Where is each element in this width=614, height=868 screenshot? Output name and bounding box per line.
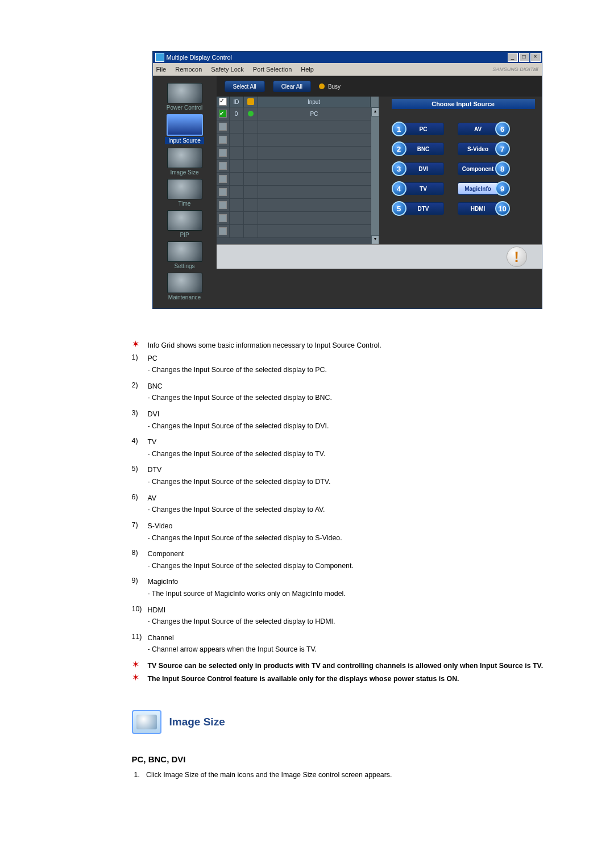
- table-row[interactable]: [217, 225, 371, 238]
- item-title: BNC: [148, 382, 163, 390]
- source-button-dtv[interactable]: DTV: [403, 202, 444, 215]
- source-row-bnc: 2BNC: [392, 141, 444, 156]
- doc-item: 7)S-VideoChanges the Input Source of the…: [132, 521, 581, 543]
- subheading: PC, BNC, DVI: [132, 754, 581, 764]
- source-button-hdmi[interactable]: HDMI: [458, 202, 499, 215]
- item-number: 5): [132, 465, 148, 473]
- source-button-tv[interactable]: TV: [403, 182, 444, 195]
- callout-badge: 10: [495, 201, 510, 216]
- row-check-icon[interactable]: [219, 214, 227, 222]
- row-check-icon[interactable]: [219, 136, 227, 144]
- menu-safety-lock[interactable]: Safety Lock: [211, 66, 243, 73]
- source-button-av[interactable]: AV: [458, 123, 499, 135]
- image-size-section-icon: [132, 710, 161, 734]
- sidebar-item-image-size[interactable]: Image Size: [157, 148, 212, 176]
- row-check-icon[interactable]: [219, 149, 227, 157]
- sidebar-item-label: Maintenance: [168, 294, 201, 301]
- scroll-down-button[interactable]: ▾: [371, 235, 379, 244]
- sidebar-item-label: Input Source: [165, 137, 204, 144]
- item-number: 8): [132, 549, 148, 557]
- row-check-icon[interactable]: [219, 110, 227, 118]
- sidebar-item-input-source[interactable]: Input Source: [157, 114, 212, 144]
- menu-port-selection[interactable]: Port Selection: [253, 66, 292, 73]
- item-desc: Changes the Input Source of the selected…: [148, 365, 581, 375]
- callout-badge: 8: [495, 161, 510, 176]
- grid-header: ID Input: [217, 97, 379, 107]
- row-check-icon[interactable]: [219, 123, 227, 131]
- source-button-magicinfo[interactable]: MagicInfo: [458, 182, 499, 195]
- maximize-button[interactable]: □: [519, 53, 529, 62]
- item-desc: Channel arrow appears when the Input Sou…: [148, 644, 581, 655]
- source-button-bnc[interactable]: BNC: [403, 143, 444, 155]
- item-title: DTV: [148, 466, 162, 474]
- sidebar-item-label: Image Size: [170, 169, 198, 176]
- item-number: 3): [132, 409, 148, 417]
- main-area: Select All Clear All Busy ID In: [217, 76, 542, 308]
- row-check-icon[interactable]: [219, 162, 227, 170]
- doc-item: 6)AVChanges the Input Source of the sele…: [132, 493, 581, 515]
- status-dot-icon: [248, 111, 254, 116]
- table-row[interactable]: [217, 160, 371, 173]
- doc-item: 11)ChannelChannel arrow appears when the…: [132, 633, 581, 655]
- check-all-icon: [219, 98, 227, 106]
- item-title: DVI: [148, 410, 160, 418]
- table-row[interactable]: [217, 147, 371, 160]
- minimize-button[interactable]: _: [508, 53, 518, 62]
- col-status: [244, 97, 258, 107]
- source-button-s-video[interactable]: S-Video: [458, 143, 499, 155]
- item-number: 10): [132, 605, 148, 613]
- clear-all-button[interactable]: Clear All: [273, 81, 311, 92]
- row-check-icon[interactable]: [219, 175, 227, 183]
- table-row[interactable]: [217, 173, 371, 186]
- close-button[interactable]: ×: [530, 53, 541, 62]
- source-row-hdmi: HDMI10: [458, 201, 510, 216]
- row-check-icon[interactable]: [219, 188, 227, 196]
- menu-help[interactable]: Help: [301, 66, 314, 73]
- menu-remocon[interactable]: Remocon: [175, 66, 202, 73]
- sidebar-item-pip[interactable]: PIP: [157, 210, 212, 238]
- sidebar-item-power-control[interactable]: Power Control: [157, 83, 212, 111]
- alert-icon: !: [507, 247, 527, 267]
- doc-item: 2)BNCChanges the Input Source of the sel…: [132, 381, 581, 403]
- table-row[interactable]: [217, 186, 371, 199]
- row-check-icon[interactable]: [219, 201, 227, 209]
- scroll-up-button[interactable]: ▴: [371, 107, 379, 116]
- source-row-component: Component8: [458, 161, 510, 176]
- source-row-s-video: S-Video7: [458, 141, 510, 156]
- callout-badge: 2: [392, 141, 406, 156]
- callout-badge: 1: [392, 122, 406, 136]
- item-number: 9): [132, 577, 148, 585]
- source-button-dvi[interactable]: DVI: [403, 162, 444, 175]
- sidebar-item-label: Time: [179, 201, 191, 207]
- item-desc: The Input source of MagicInfo works only…: [148, 589, 581, 599]
- step-number: 1.: [134, 771, 144, 779]
- table-row[interactable]: [217, 133, 371, 147]
- brand-label: SAMSUNG DIGITall: [492, 66, 538, 72]
- statusbar: !: [217, 244, 542, 269]
- item-desc: Changes the Input Source of the selected…: [148, 421, 581, 432]
- note-power-on: The Input Source Control feature is avai…: [148, 674, 581, 685]
- source-button-pc[interactable]: PC: [403, 123, 444, 135]
- table-row[interactable]: [217, 199, 371, 212]
- menu-file[interactable]: File: [156, 66, 167, 73]
- callout-badge: 7: [495, 141, 510, 156]
- doc-item: 1)PCChanges the Input Source of the sele…: [132, 353, 581, 375]
- item-number: 4): [132, 437, 148, 445]
- grid-scrollbar[interactable]: ▴ ▾: [371, 107, 379, 244]
- input-source-panel: Choose Input Source 1PC2BNC3DVI4TV5DTV A…: [381, 97, 542, 244]
- col-check[interactable]: [217, 97, 230, 107]
- select-all-button[interactable]: Select All: [225, 81, 265, 92]
- sidebar-item-maintenance[interactable]: Maintenance: [157, 273, 212, 301]
- row-check-icon[interactable]: [219, 227, 227, 235]
- callout-badge: 4: [392, 181, 406, 196]
- source-button-component[interactable]: Component: [458, 162, 499, 175]
- table-row[interactable]: 0PC: [217, 107, 371, 120]
- sidebar-item-label: Power Control: [167, 105, 202, 111]
- table-row[interactable]: [217, 212, 371, 225]
- doc-item: 9)MagicInfoThe Input source of MagicInfo…: [132, 577, 581, 599]
- sidebar-item-settings[interactable]: Settings: [157, 241, 212, 269]
- item-number: 2): [132, 381, 148, 389]
- sidebar-item-time[interactable]: Time: [157, 179, 212, 207]
- busy-dot-icon: [319, 84, 325, 89]
- table-row[interactable]: [217, 120, 371, 133]
